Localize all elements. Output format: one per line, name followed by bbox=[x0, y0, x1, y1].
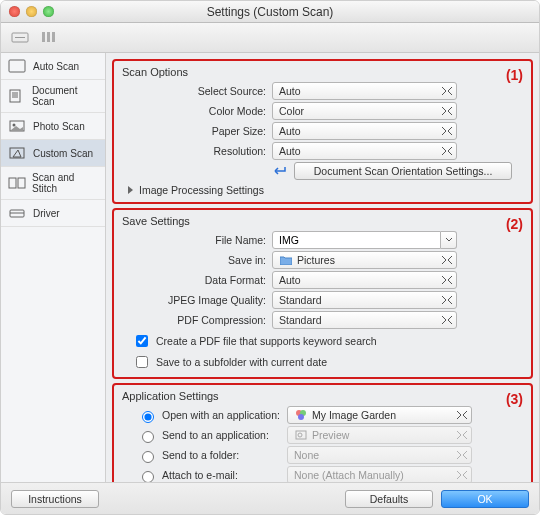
sidebar-item-label: Scan and Stitch bbox=[32, 172, 99, 194]
driver-icon bbox=[7, 205, 27, 221]
sidebar-item-document-scan[interactable]: Document Scan bbox=[1, 80, 105, 113]
resolution-label: Resolution: bbox=[122, 145, 272, 157]
disclosure-triangle-icon bbox=[128, 186, 133, 194]
send-folder-label: Send to a folder: bbox=[162, 449, 239, 461]
ok-button[interactable]: OK bbox=[441, 490, 529, 508]
svg-rect-5 bbox=[9, 60, 25, 72]
disclosure-label: Image Processing Settings bbox=[139, 184, 264, 196]
color-mode-label: Color Mode: bbox=[122, 105, 272, 117]
select-source-popup[interactable]: Auto bbox=[272, 82, 457, 100]
custom-scan-icon bbox=[7, 145, 27, 161]
footer: Instructions Defaults OK bbox=[1, 482, 539, 514]
send-folder-radio[interactable]: Send to a folder: bbox=[137, 448, 287, 463]
svg-rect-4 bbox=[52, 32, 55, 42]
toolbar bbox=[1, 23, 539, 53]
send-folder-popup: None bbox=[287, 446, 472, 464]
close-icon[interactable] bbox=[9, 6, 20, 17]
format-label: Data Format: bbox=[122, 274, 272, 286]
paper-size-label: Paper Size: bbox=[122, 125, 272, 137]
filename-combo[interactable] bbox=[272, 231, 457, 249]
format-popup[interactable]: Auto bbox=[272, 271, 457, 289]
folder-icon bbox=[279, 254, 293, 266]
svg-rect-6 bbox=[10, 90, 20, 102]
zoom-icon[interactable] bbox=[43, 6, 54, 17]
send-app-value: Preview bbox=[312, 429, 349, 441]
resolution-popup[interactable]: Auto bbox=[272, 142, 457, 160]
mode-tab-icon[interactable] bbox=[39, 30, 57, 46]
subfolder-checkbox-label: Save to a subfolder with current date bbox=[156, 356, 327, 368]
svg-point-21 bbox=[298, 433, 302, 437]
open-with-value: My Image Garden bbox=[312, 409, 396, 421]
sidebar-item-scan-and-stitch[interactable]: Scan and Stitch bbox=[1, 167, 105, 200]
savein-label: Save in: bbox=[122, 254, 272, 266]
sidebar-item-label: Driver bbox=[33, 208, 60, 219]
callout-2: (2) bbox=[506, 216, 523, 232]
open-with-popup[interactable]: My Image Garden bbox=[287, 406, 472, 424]
section-title: Application Settings bbox=[122, 390, 523, 402]
filename-input[interactable] bbox=[272, 231, 441, 249]
jpeg-label: JPEG Image Quality: bbox=[122, 294, 272, 306]
subfolder-checkbox-input[interactable] bbox=[136, 356, 148, 368]
jpeg-popup[interactable]: Standard bbox=[272, 291, 457, 309]
keyword-checkbox[interactable]: Create a PDF file that supports keyword … bbox=[132, 332, 523, 350]
savein-popup[interactable]: Pictures bbox=[272, 251, 457, 269]
pdf-popup[interactable]: Standard bbox=[272, 311, 457, 329]
keyword-checkbox-label: Create a PDF file that supports keyword … bbox=[156, 335, 377, 347]
svg-rect-2 bbox=[42, 32, 45, 42]
send-app-label: Send to an application: bbox=[162, 429, 269, 441]
scan-options-section: (1) Scan Options Select Source: Auto Col… bbox=[112, 59, 533, 204]
paper-size-popup[interactable]: Auto bbox=[272, 122, 457, 140]
document-scan-icon bbox=[7, 88, 26, 104]
svg-rect-13 bbox=[9, 178, 16, 188]
callout-3: (3) bbox=[506, 391, 523, 407]
svg-point-11 bbox=[13, 124, 16, 127]
open-with-radio[interactable]: Open with an application: bbox=[137, 408, 287, 423]
savein-value: Pictures bbox=[297, 254, 335, 266]
save-settings-section: (2) Save Settings File Name: Save bbox=[112, 208, 533, 379]
send-app-radio-input[interactable] bbox=[142, 431, 154, 443]
instructions-button[interactable]: Instructions bbox=[11, 490, 99, 508]
sidebar-item-label: Photo Scan bbox=[33, 121, 85, 132]
send-folder-radio-input[interactable] bbox=[142, 451, 154, 463]
scanner-tab-icon[interactable] bbox=[11, 30, 29, 46]
svg-point-19 bbox=[298, 414, 304, 420]
subfolder-checkbox[interactable]: Save to a subfolder with current date bbox=[132, 353, 523, 371]
main-panel: (1) Scan Options Select Source: Auto Col… bbox=[106, 53, 539, 482]
minimize-icon[interactable] bbox=[26, 6, 37, 17]
open-with-label: Open with an application: bbox=[162, 409, 280, 421]
app-icon bbox=[294, 409, 308, 421]
filename-label: File Name: bbox=[122, 234, 272, 246]
sidebar-item-driver[interactable]: Driver bbox=[1, 200, 105, 227]
callout-1: (1) bbox=[506, 67, 523, 83]
section-title: Scan Options bbox=[122, 66, 523, 78]
sidebar-item-label: Custom Scan bbox=[33, 148, 93, 159]
window-controls bbox=[9, 6, 54, 17]
svg-rect-3 bbox=[47, 32, 50, 42]
color-mode-popup[interactable]: Color bbox=[272, 102, 457, 120]
sidebar-item-custom-scan[interactable]: Custom Scan bbox=[1, 140, 105, 167]
photo-scan-icon bbox=[7, 118, 27, 134]
titlebar: Settings (Custom Scan) bbox=[1, 1, 539, 23]
stitch-icon bbox=[7, 175, 26, 191]
image-processing-disclosure[interactable]: Image Processing Settings bbox=[128, 184, 523, 196]
sidebar-item-photo-scan[interactable]: Photo Scan bbox=[1, 113, 105, 140]
orientation-settings-button[interactable]: Document Scan Orientation Settings... bbox=[294, 162, 512, 180]
body: Auto Scan Document Scan Photo Scan Custo… bbox=[1, 53, 539, 482]
open-with-radio-input[interactable] bbox=[142, 411, 154, 423]
keyword-checkbox-input[interactable] bbox=[136, 335, 148, 347]
attach-popup: None (Attach Manually) bbox=[287, 466, 472, 482]
sidebar: Auto Scan Document Scan Photo Scan Custo… bbox=[1, 53, 106, 482]
chevron-down-icon[interactable] bbox=[441, 231, 457, 249]
send-app-popup: Preview bbox=[287, 426, 472, 444]
sidebar-item-auto-scan[interactable]: Auto Scan bbox=[1, 53, 105, 80]
return-arrow-icon bbox=[272, 164, 290, 178]
attach-radio-input[interactable] bbox=[142, 471, 154, 483]
preview-icon bbox=[294, 429, 308, 441]
section-title: Save Settings bbox=[122, 215, 523, 227]
attach-radio[interactable]: Attach to e-mail: bbox=[137, 468, 287, 483]
defaults-button[interactable]: Defaults bbox=[345, 490, 433, 508]
application-settings-section: (3) Application Settings Open with an ap… bbox=[112, 383, 533, 482]
settings-window: Settings (Custom Scan) Auto Scan Documen… bbox=[0, 0, 540, 515]
send-app-radio[interactable]: Send to an application: bbox=[137, 428, 287, 443]
sidebar-item-label: Document Scan bbox=[32, 85, 99, 107]
